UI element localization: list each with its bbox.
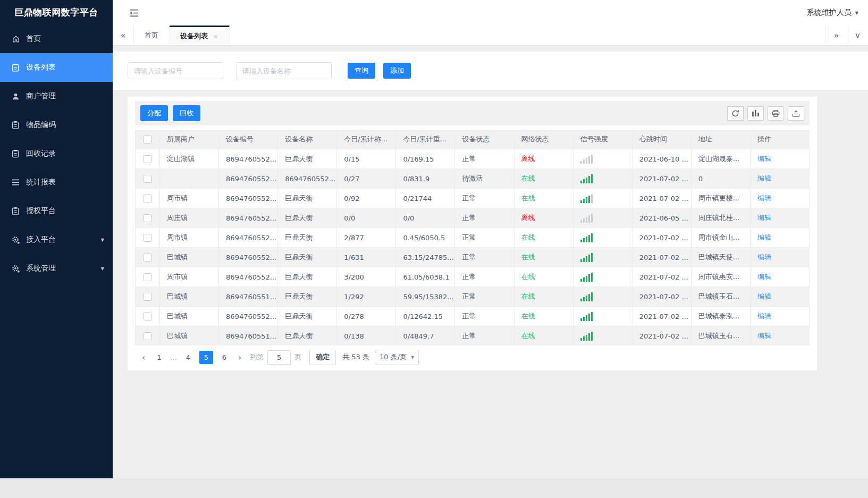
print-icon[interactable] <box>768 106 784 121</box>
signal-bar <box>583 199 585 203</box>
header-cell: 设备状态 <box>455 130 514 149</box>
signal-bar <box>580 299 582 301</box>
export-icon[interactable] <box>788 106 804 121</box>
row-checkbox[interactable] <box>144 234 151 242</box>
row-checkbox[interactable] <box>144 214 151 222</box>
add-button[interactable]: 添加 <box>383 63 411 79</box>
refresh-icon[interactable] <box>727 106 744 121</box>
row-checkbox-cell <box>136 287 160 306</box>
tab[interactable]: 首页 <box>134 26 170 45</box>
sidebar-menu: 首页设备列表商户管理物品编码回收记录统计报表授权平台接入平台▼系统管理▼ <box>0 24 113 283</box>
tabbar: « 首页设备列表× » ∨ <box>113 26 868 46</box>
sidebar-item[interactable]: 统计报表 <box>0 168 113 197</box>
row-checkbox[interactable] <box>144 155 151 163</box>
tabs-menu-icon[interactable]: ∨ <box>847 26 868 45</box>
cell-heartbeat: 2021-07-02 ... <box>633 228 692 247</box>
signal-strength-icon <box>580 292 593 301</box>
cell-today-count: 1/292 <box>337 287 396 306</box>
row-checkbox[interactable] <box>144 293 151 301</box>
cell-address: 周市镇金山... <box>692 228 751 247</box>
signal-bar <box>580 279 582 282</box>
sidebar-item[interactable]: 物品编码 <box>0 111 113 139</box>
pagination-page[interactable]: 1 <box>152 351 166 364</box>
user-menu[interactable]: 系统维护人员 ▼ <box>807 8 858 18</box>
close-icon[interactable]: × <box>213 32 218 40</box>
edit-link[interactable]: 编辑 <box>757 292 771 301</box>
edit-link[interactable]: 编辑 <box>757 233 771 242</box>
confirm-button[interactable]: 确定 <box>309 350 336 365</box>
row-checkbox[interactable] <box>144 313 151 320</box>
header-cell: 信号强度 <box>574 130 633 149</box>
row-checkbox[interactable] <box>144 273 151 281</box>
prev-page-icon[interactable]: ‹ <box>137 352 150 362</box>
header-cell: 今日/累计称... <box>337 130 396 149</box>
sidebar-item[interactable]: 授权平台 <box>0 197 113 225</box>
next-page-icon[interactable]: › <box>233 352 246 362</box>
row-checkbox[interactable] <box>144 254 151 261</box>
network-status-badge: 在线 <box>521 193 535 203</box>
columns-icon[interactable] <box>747 106 764 121</box>
chevron-down-icon: ▼ <box>411 355 414 360</box>
pagination-page[interactable]: 6 <box>217 351 231 364</box>
query-button[interactable]: 查询 <box>348 63 375 79</box>
pagination-page[interactable]: 4 <box>181 351 195 364</box>
app-title: 巨鼎物联网数字平台 <box>0 0 113 24</box>
row-checkbox[interactable] <box>144 175 151 183</box>
edit-link[interactable]: 编辑 <box>757 331 771 341</box>
device-no-input[interactable] <box>128 62 223 79</box>
edit-link[interactable]: 编辑 <box>757 154 771 164</box>
page-size-select[interactable]: 10 条/页 ▼ <box>375 350 419 365</box>
edit-link[interactable]: 编辑 <box>757 252 771 262</box>
cell-device-name: 巨鼎天衡 <box>278 228 337 247</box>
menu-collapse-icon[interactable] <box>129 9 139 17</box>
edit-link[interactable]: 编辑 <box>757 272 771 282</box>
cell-heartbeat: 2021-07-02 ... <box>633 189 692 208</box>
signal-bar <box>588 314 590 321</box>
sidebar-item-label: 商户管理 <box>26 91 56 101</box>
header-cell: 操作 <box>751 130 809 149</box>
cell-today-weight: 63.15/24785... <box>396 248 455 267</box>
cell-today-count: 0/278 <box>337 307 396 326</box>
signal-bar <box>580 200 582 203</box>
assign-button[interactable]: 分配 <box>140 105 168 121</box>
edit-link[interactable]: 编辑 <box>757 311 771 321</box>
sidebar-item[interactable]: 设备列表 <box>0 53 113 82</box>
edit-link[interactable]: 编辑 <box>757 213 771 223</box>
signal-strength-icon <box>580 155 593 164</box>
recycle-button[interactable]: 回收 <box>173 105 200 121</box>
edit-link[interactable]: 编辑 <box>757 193 771 203</box>
row-checkbox-cell <box>136 248 160 267</box>
row-checkbox[interactable] <box>144 195 151 202</box>
row-checkbox-cell <box>136 189 160 208</box>
cell-device-status: 正常 <box>455 267 514 286</box>
signal-bar <box>580 259 582 262</box>
cell-address: 巴城镇玉石... <box>692 326 751 345</box>
cell-signal <box>574 326 633 345</box>
sidebar-item[interactable]: 接入平台▼ <box>0 225 113 254</box>
cell-today-count: 1/631 <box>337 248 396 267</box>
tabs-scroll-right-icon[interactable]: » <box>825 26 847 45</box>
header-cell: 今日/累计重... <box>396 130 455 149</box>
cell-device-status: 正常 <box>455 228 514 247</box>
signal-bar <box>580 338 582 341</box>
sidebar-item[interactable]: 回收记录 <box>0 139 113 168</box>
signal-bar <box>583 297 585 301</box>
network-status-badge: 在线 <box>521 174 535 183</box>
sidebar-item[interactable]: 系统管理▼ <box>0 254 113 283</box>
tab[interactable]: 设备列表× <box>170 26 230 45</box>
tabs-scroll-left-icon[interactable]: « <box>113 26 134 45</box>
goto-page-input[interactable] <box>267 350 291 365</box>
signal-strength-icon <box>580 332 593 341</box>
device-name-input[interactable] <box>236 62 332 79</box>
cell-device-no: 8694760551... <box>219 287 278 306</box>
cell-network-status: 在线 <box>515 248 574 267</box>
select-all-checkbox[interactable] <box>144 136 151 144</box>
sidebar-item[interactable]: 首页 <box>0 24 113 53</box>
sidebar-item[interactable]: 商户管理 <box>0 82 113 111</box>
pagination-page[interactable]: 5 <box>199 351 213 364</box>
signal-strength-icon <box>580 233 593 242</box>
edit-link[interactable]: 编辑 <box>757 174 771 183</box>
cell-heartbeat: 2021-07-02 ... <box>633 307 692 326</box>
device-table: 所属商户设备编号设备名称今日/累计称...今日/累计重...设备状态网络状态信号… <box>135 130 810 345</box>
row-checkbox[interactable] <box>144 332 151 340</box>
